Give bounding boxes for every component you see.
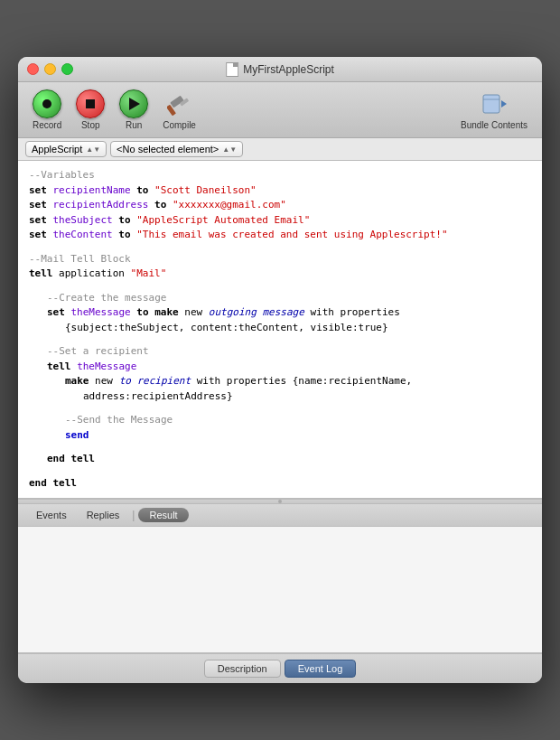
svg-rect-3 [483,95,499,113]
record-icon [33,89,61,118]
svg-marker-4 [501,100,507,108]
code-line-14: address:recipientAddress} [83,389,531,405]
description-tab[interactable]: Description [204,660,281,678]
blank-line-5 [29,443,531,452]
window-title: MyFirstAppleScript [226,62,334,77]
language-dropdown-arrow: ▲▼ [86,145,100,154]
separator-dot-icon [278,500,282,503]
code-line-10: {subject:theSubject, content:theContent,… [65,321,531,336]
compile-button[interactable]: Compile [157,88,201,132]
element-dropdown[interactable]: <No selected element> ▲▼ [110,141,243,157]
blank-line-3 [29,335,531,344]
code-line-2: set recipientName to "Scott Daneilson" [29,183,531,199]
maximize-button[interactable] [61,63,73,75]
traffic-lights [27,63,73,75]
code-line-4: set theSubject to "AppleScript Automated… [29,213,531,229]
code-line-16: send [65,428,531,444]
bundle-label: Bundle Contents [461,120,527,130]
language-dropdown[interactable]: AppleScript ▲▼ [25,141,107,157]
run-button[interactable]: Run [114,88,154,132]
stop-button[interactable]: Stop [70,88,110,132]
code-line-6: --Mail Tell Block [29,252,531,267]
code-line-11: --Set a recipient [47,344,531,360]
code-line-7: tell application "Mail" [29,267,531,282]
result-area [18,527,542,653]
tab-replies[interactable]: Replies [78,508,129,522]
hammer-svg-icon [167,91,192,117]
minimize-button[interactable] [44,63,56,75]
stop-label: Stop [81,120,100,130]
blank-line-6 [29,467,531,476]
bundle-contents-button[interactable]: Bundle Contents [455,88,533,132]
code-line-8: --Create the message [47,291,531,306]
record-label: Record [33,120,61,130]
tabs-bar: Events Replies | Result [18,504,542,527]
run-icon [119,89,148,118]
code-line-3: set recipientAddress to "xxxxxxx@gmail.c… [29,198,531,213]
toolbar: Record Stop Run Compile [18,82,542,138]
bottom-bar: Description Event Log [18,653,542,683]
play-triangle-icon [129,98,140,110]
code-line-13: make new to recipient with properties {n… [65,374,531,389]
code-line-5: set theContent to "This email was create… [29,228,531,243]
title-bar: MyFirstAppleScript [18,57,542,82]
code-line-12: tell theMessage [47,360,531,375]
document-icon [226,62,238,77]
editor-area[interactable]: --Variables set recipientName to "Scott … [18,161,542,499]
tab-result[interactable]: Result [138,508,188,522]
record-button[interactable]: Record [27,88,67,132]
blank-line-4 [29,404,531,413]
code-line-17: end tell [47,452,531,467]
selector-bar: AppleScript ▲▼ <No selected element> ▲▼ [18,138,542,161]
bundle-icon [480,89,509,118]
tab-events[interactable]: Events [27,508,76,522]
code-line-1: --Variables [29,168,531,183]
event-log-tab[interactable]: Event Log [285,660,357,678]
run-label: Run [126,120,142,130]
element-dropdown-arrow: ▲▼ [222,145,237,154]
blank-line-2 [29,282,531,291]
code-line-18: end tell [29,476,531,492]
compile-label: Compile [163,120,196,130]
blank-line-1 [29,243,531,252]
close-button[interactable] [27,63,39,75]
stop-icon [76,89,105,118]
code-line-9: set theMessage to make new outgoing mess… [47,305,531,321]
compile-icon [165,89,194,118]
code-line-15: --Send the Message [65,413,531,428]
main-window: MyFirstAppleScript Record Stop Run [18,57,542,683]
bundle-arrow-svg [481,91,507,117]
tab-divider: | [130,509,136,521]
